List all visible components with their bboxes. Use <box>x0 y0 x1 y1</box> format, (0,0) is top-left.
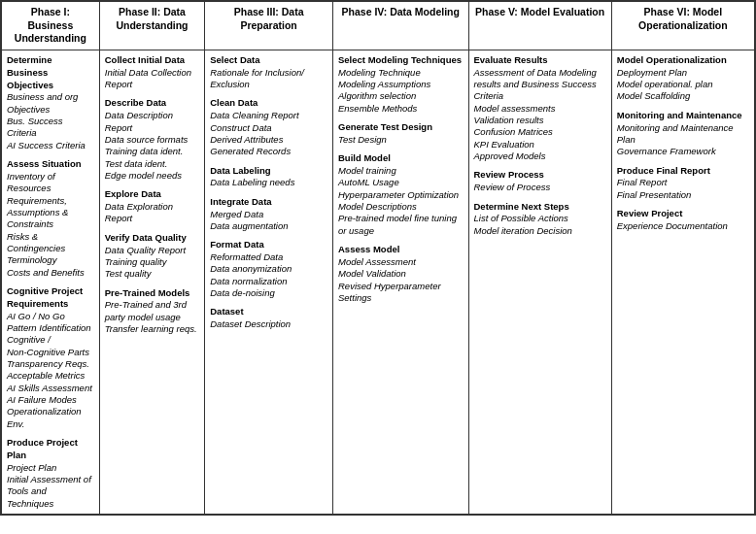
column-body-3: Select DataRationale for Inclusion/ Excl… <box>205 50 333 514</box>
section-item-col4-2-0: Model training <box>338 165 464 177</box>
section-item-col1-2-3: Non-Cognitive Parts <box>7 347 94 358</box>
section-item-col4-0-2: Algorithm selection <box>338 90 464 102</box>
section-item-col2-4-1: Transfer learning reqs. <box>105 323 200 335</box>
section-item-col5-2-0: List of Possible Actions <box>474 213 606 224</box>
section-item-col2-1-0: Data Description Report <box>105 110 200 134</box>
section-item-col5-0-2: Validation results <box>474 115 606 126</box>
section-item-col2-1-2: Training data ident. <box>105 146 200 157</box>
section-item-col2-0-0: Initial Data Collection Report <box>105 67 200 91</box>
section-item-col5-0-0: Assessment of Data Modeling results and … <box>474 67 606 103</box>
section-item-col1-2-8: Operationalization Env. <box>7 406 94 430</box>
section-item-col2-1-1: Data source formats <box>105 134 200 146</box>
section-title-col2-0: Collect Initial Data <box>105 54 200 67</box>
section-item-col5-0-1: Model assessments <box>474 103 606 115</box>
section-title-col4-3: Assess Model <box>338 244 464 256</box>
section-item-col5-1-0: Review of Process <box>474 182 606 193</box>
section-title-col6-2: Produce Final Report <box>617 165 749 178</box>
section-item-col3-1-1: Construct Data <box>210 122 327 134</box>
section-item-col1-3-0: Project Plan <box>7 462 94 474</box>
section-item-col3-1-2: Derived Attributes <box>210 134 327 146</box>
column-header-2: Phase II: Data Understanding <box>99 2 205 50</box>
section-item-col2-1-3: Test data ident. <box>105 158 200 170</box>
section-item-col1-0-1: Bus. Success Criteria <box>7 116 94 140</box>
section-item-col5-2-1: Model iteration Decision <box>474 225 606 237</box>
section-item-col1-1-4: Costs and Benefits <box>7 267 94 279</box>
phases-table: Phase I: Business UnderstandingPhase II:… <box>1 1 755 515</box>
section-item-col1-2-2: Cognitive / <box>7 334 94 346</box>
section-item-col4-2-2: Hyperparameter Optimization <box>338 189 464 201</box>
section-title-col5-2: Determine Next Steps <box>474 201 606 214</box>
section-item-col4-2-1: AutoML Usage <box>338 177 464 188</box>
section-item-col2-1-4: Edge model needs <box>105 170 200 182</box>
column-header-4: Phase IV: Data Modeling <box>333 2 469 50</box>
section-title-col3-5: Dataset <box>210 306 327 318</box>
section-item-col2-3-0: Data Quality Report <box>105 245 200 256</box>
section-item-col3-1-0: Data Cleaning Report <box>210 110 327 121</box>
section-item-col4-0-3: Ensemble Methods <box>338 103 464 115</box>
section-item-col5-0-5: Approved Models <box>474 150 606 162</box>
section-title-col3-4: Format Data <box>210 239 327 251</box>
column-header-5: Phase V: Model Evaluation <box>468 2 611 50</box>
section-item-col4-0-1: Modeling Assumptions <box>338 79 464 90</box>
section-item-col1-2-4: Transparency Reqs. <box>7 358 94 370</box>
section-title-col2-4: Pre-Trained Models <box>105 287 200 300</box>
section-item-col1-1-1: Requirements, Assumptions & Constraints <box>7 195 94 231</box>
section-item-col6-0-2: Model Scaffolding <box>617 90 749 102</box>
column-body-1: Determine Business ObjectivesBusiness an… <box>2 50 100 514</box>
section-title-col2-3: Verify Data Quality <box>105 232 200 245</box>
table-header-row: Phase I: Business UnderstandingPhase II:… <box>2 2 755 50</box>
section-item-col1-2-6: AI Skills Assessment <box>7 383 94 394</box>
section-item-col5-0-3: Confusion Matrices <box>474 126 606 138</box>
section-item-col2-2-0: Data Exploration Report <box>105 201 200 225</box>
section-title-col3-2: Data Labeling <box>210 165 327 178</box>
section-title-col1-0: Determine Business Objectives <box>7 54 94 91</box>
section-title-col2-1: Describe Data <box>105 97 200 110</box>
section-item-col3-3-0: Merged Data <box>210 209 327 220</box>
column-body-6: Model OperationalizationDeployment PlanM… <box>611 50 754 514</box>
section-item-col1-2-0: AI Go / No Go <box>7 311 94 322</box>
section-item-col1-2-7: AI Failure Modes <box>7 394 94 406</box>
section-item-col1-0-2: AI Success Criteria <box>7 140 94 151</box>
section-item-col2-4-0: Pre-Trained and 3rd party model usage <box>105 299 200 323</box>
section-item-col3-4-3: Data de-noising <box>210 287 327 299</box>
section-item-col5-0-4: KPI Evaluation <box>474 139 606 150</box>
section-title-col3-3: Integrate Data <box>210 196 327 209</box>
section-item-col3-2-0: Data Labeling needs <box>210 177 327 188</box>
section-title-col1-2: Cognitive Project Requirements <box>7 285 94 311</box>
section-title-col4-1: Generate Test Design <box>338 121 464 134</box>
table-body-row: Determine Business ObjectivesBusiness an… <box>2 50 755 514</box>
section-item-col3-4-0: Reformatted Data <box>210 251 327 263</box>
column-body-4: Select Modeling TechniquesModeling Techn… <box>333 50 469 514</box>
section-item-col1-2-1: Pattern Identification <box>7 322 94 334</box>
section-item-col6-1-1: Governance Framework <box>617 146 749 157</box>
column-header-1: Phase I: Business Understanding <box>2 2 100 50</box>
section-item-col4-2-3: Model Descriptions <box>338 201 464 213</box>
section-item-col4-3-2: Revised Hyperparameter Settings <box>338 281 464 305</box>
section-title-col4-0: Select Modeling Techniques <box>338 54 464 67</box>
section-item-col2-3-2: Test quality <box>105 268 200 280</box>
section-item-col1-3-1: Initial Assessment of Tools and Techniqu… <box>7 474 94 510</box>
section-item-col4-3-1: Model Validation <box>338 268 464 280</box>
section-item-col1-2-5: Acceptable Metrics <box>7 370 94 382</box>
section-item-col6-3-0: Experience Documentation <box>617 220 749 232</box>
section-title-col6-3: Review Project <box>617 208 749 220</box>
section-title-col5-1: Review Process <box>474 169 606 182</box>
section-item-col4-3-0: Model Assessment <box>338 256 464 268</box>
section-item-col3-1-3: Generated Records <box>210 146 327 157</box>
section-item-col6-1-0: Monitoring and Maintenance Plan <box>617 122 749 147</box>
column-header-3: Phase III: Data Preparation <box>205 2 333 50</box>
section-item-col3-5-0: Dataset Description <box>210 318 327 330</box>
section-item-col4-0-0: Modeling Technique <box>338 67 464 79</box>
section-item-col1-1-0: Inventory of Resources <box>7 171 94 195</box>
section-title-col4-2: Build Model <box>338 152 464 165</box>
section-title-col5-0: Evaluate Results <box>474 54 606 67</box>
section-item-col6-2-0: Final Report <box>617 177 749 188</box>
section-item-col3-4-1: Data anonymization <box>210 263 327 275</box>
main-table-container: Phase I: Business UnderstandingPhase II:… <box>0 0 756 516</box>
section-item-col3-3-1: Data augmentation <box>210 220 327 232</box>
column-body-5: Evaluate ResultsAssessment of Data Model… <box>468 50 611 514</box>
column-body-2: Collect Initial DataInitial Data Collect… <box>99 50 205 514</box>
section-item-col2-3-1: Training quality <box>105 256 200 268</box>
section-item-col4-1-0: Test Design <box>338 134 464 146</box>
section-title-col1-1: Assess Situation <box>7 158 94 171</box>
